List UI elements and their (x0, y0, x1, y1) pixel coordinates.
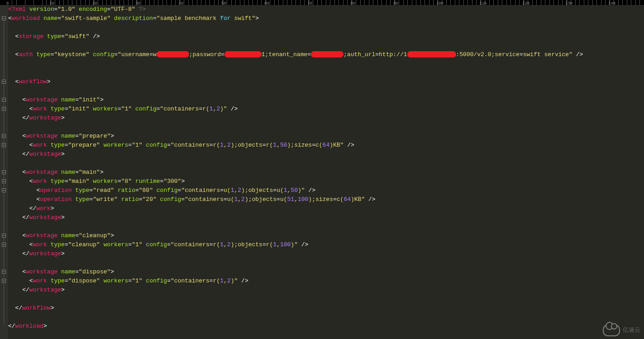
code-line[interactable]: <work type="cleanup" workers="1" config=… (8, 240, 644, 249)
code-line[interactable]: <workload name="swift-sample" descriptio… (8, 14, 644, 23)
code-line[interactable]: </workload> (8, 322, 644, 331)
code-line[interactable]: <work type="main" workers="8" runtime="3… (8, 177, 644, 186)
code-line[interactable]: <workstage name="main"> (8, 168, 644, 177)
code-line[interactable]: <auth type="keystone" config="username=w… (8, 50, 644, 59)
code-line[interactable]: <work type="init" workers="1" config="co… (8, 105, 644, 114)
cloud-icon (603, 325, 620, 336)
code-line[interactable] (8, 68, 644, 77)
code-line[interactable]: </workstage> (8, 213, 644, 222)
code-line[interactable] (8, 159, 644, 168)
code-line[interactable] (8, 123, 644, 132)
code-line[interactable]: </workstage> (8, 114, 644, 123)
code-line[interactable] (8, 59, 644, 68)
fold-gutter[interactable] (0, 5, 8, 339)
code-line[interactable]: <operation type="read" ratio="80" config… (8, 186, 644, 195)
code-line[interactable]: <operation type="write" ratio="20" confi… (8, 195, 644, 204)
code-line[interactable]: <work type="prepare" workers="1" config=… (8, 141, 644, 150)
code-line[interactable]: <workstage name="prepare"> (8, 132, 644, 141)
code-line[interactable] (8, 313, 644, 322)
code-line[interactable]: <workstage name="cleanup"> (8, 231, 644, 240)
code-line[interactable]: <workstage name="init"> (8, 95, 644, 105)
code-line[interactable]: </workstage> (8, 150, 644, 159)
code-line[interactable] (8, 295, 644, 304)
code-line[interactable]: </work> (8, 204, 644, 213)
code-line[interactable] (8, 258, 644, 267)
code-line[interactable]: <workstage name="dispose"> (8, 267, 644, 277)
watermark-logo: 亿速云 (603, 325, 640, 336)
code-line[interactable]: <work type="dispose" workers="1" config=… (8, 277, 644, 286)
code-line[interactable] (8, 41, 644, 50)
code-line[interactable] (8, 222, 644, 231)
code-line[interactable] (8, 86, 644, 95)
code-line[interactable]: <?xml version="1.0" encoding="UTF-8" ?> (8, 5, 644, 14)
code-editor[interactable]: <?xml version="1.0" encoding="UTF-8" ?><… (8, 5, 644, 339)
code-line[interactable]: </workstage> (8, 286, 644, 295)
code-line[interactable]: <workflow> (8, 77, 644, 86)
code-line[interactable]: </workflow> (8, 304, 644, 313)
watermark-text: 亿速云 (623, 326, 640, 335)
code-line[interactable]: <storage type="swift" /> (8, 32, 644, 41)
code-line[interactable] (8, 23, 644, 32)
code-line[interactable]: </workstage> (8, 249, 644, 258)
